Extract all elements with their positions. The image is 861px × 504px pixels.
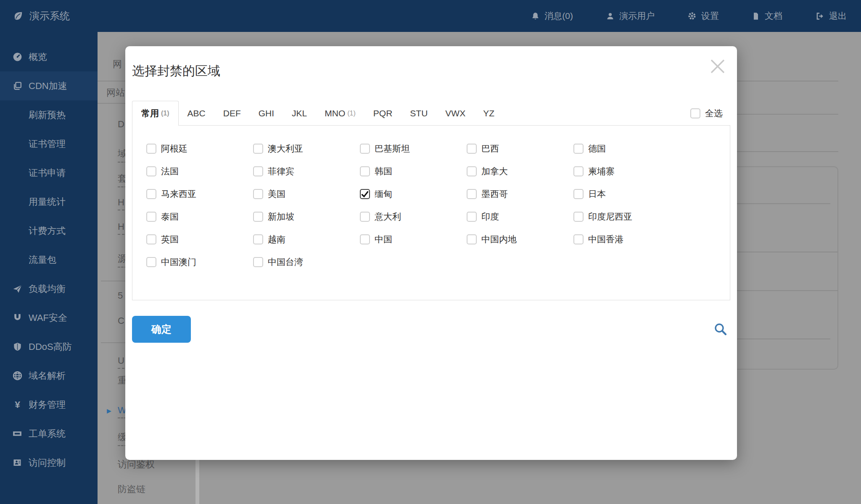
background-partial-text: U bbox=[118, 355, 124, 369]
tab-label: ABC bbox=[188, 108, 206, 118]
close-icon[interactable] bbox=[707, 55, 729, 77]
background-partial-text: 防盗链 bbox=[118, 483, 145, 496]
sidebar-item-label: 财务管理 bbox=[29, 399, 66, 411]
tab-label: VWX bbox=[445, 108, 465, 118]
tab-count: (1) bbox=[347, 110, 356, 117]
region-label: 英国 bbox=[161, 234, 179, 245]
region-checkbox-item[interactable]: 意大利 bbox=[360, 205, 467, 228]
topbar-item-messages[interactable]: 消息(0) bbox=[531, 10, 573, 22]
sidebar-item-usage-stats[interactable]: 用量统计 bbox=[0, 187, 98, 216]
region-checkbox-item[interactable]: 中国澳门 bbox=[146, 251, 253, 273]
search-icon[interactable] bbox=[713, 322, 728, 336]
region-checkbox-item[interactable]: 越南 bbox=[253, 228, 360, 251]
sidebar-item-cert-apply[interactable]: 证书申请 bbox=[0, 158, 98, 187]
sidebar-item-refresh-prewarm[interactable]: 刷新预热 bbox=[0, 100, 98, 129]
region-checkbox-item[interactable]: 德国 bbox=[573, 137, 680, 160]
topbar-item-logout[interactable]: 退出 bbox=[815, 10, 847, 22]
sidebar-item-overview[interactable]: 概览 bbox=[0, 42, 98, 71]
topbar-item-user[interactable]: 演示用户 bbox=[606, 10, 655, 22]
region-label: 中国澳门 bbox=[161, 256, 196, 268]
background-partial-text: H bbox=[118, 197, 124, 210]
shield-icon bbox=[12, 341, 23, 352]
tab-JKL[interactable]: JKL bbox=[283, 101, 316, 126]
region-checkbox-item[interactable]: 墨西哥 bbox=[467, 183, 573, 205]
sidebar-item-label: DDoS高防 bbox=[29, 341, 72, 353]
dialog-footer: 确定 bbox=[132, 316, 730, 343]
dialog-title: 选择封禁的区域 bbox=[132, 63, 730, 79]
tab-label: YZ bbox=[483, 108, 494, 118]
tab-常用[interactable]: 常用(1) bbox=[132, 101, 179, 126]
region-checkbox-item[interactable]: 加拿大 bbox=[467, 160, 573, 183]
tab-VWX[interactable]: VWX bbox=[436, 101, 474, 126]
leaf-icon bbox=[13, 10, 24, 21]
region-checkbox-item[interactable]: 缅甸 bbox=[360, 183, 467, 205]
magnet-icon bbox=[12, 312, 23, 323]
topbar-item-settings[interactable]: 设置 bbox=[687, 10, 719, 22]
confirm-button[interactable]: 确定 bbox=[132, 316, 191, 343]
background-line bbox=[101, 342, 125, 343]
tab-GHI[interactable]: GHI bbox=[250, 101, 283, 126]
sidebar-item-ddos[interactable]: DDoS高防 bbox=[0, 332, 98, 361]
sidebar-item-waf[interactable]: WAF安全 bbox=[0, 303, 98, 332]
topbar-item-docs[interactable]: 文档 bbox=[752, 10, 782, 22]
region-checkbox-item[interactable]: 法国 bbox=[146, 160, 253, 183]
checkbox bbox=[146, 212, 156, 222]
sidebar-item-label: WAF安全 bbox=[29, 312, 67, 324]
checkbox bbox=[146, 166, 156, 176]
region-checkbox-item[interactable]: 印度尼西亚 bbox=[573, 205, 680, 228]
background-partial-text: H bbox=[118, 221, 124, 235]
topbar-item-label: 消息(0) bbox=[544, 10, 573, 22]
tab-PQR[interactable]: PQR bbox=[364, 101, 401, 126]
sidebar-item-finance[interactable]: ¥财务管理 bbox=[0, 390, 98, 419]
tab-MNO[interactable]: MNO(1) bbox=[316, 101, 364, 126]
sidebar-item-traffic-pack[interactable]: 流量包 bbox=[0, 245, 98, 274]
sidebar-item-cert-manage[interactable]: 证书管理 bbox=[0, 129, 98, 158]
region-checkbox-item[interactable]: 泰国 bbox=[146, 205, 253, 228]
region-checkbox-item[interactable]: 印度 bbox=[467, 205, 573, 228]
copy-icon bbox=[12, 81, 23, 91]
sidebar-item-label: 访问控制 bbox=[29, 457, 66, 469]
sidebar-item-tickets[interactable]: 工单系统 bbox=[0, 419, 98, 448]
app-brand[interactable]: 演示系统 bbox=[13, 9, 70, 23]
region-checkbox-item[interactable]: 柬埔寨 bbox=[573, 160, 680, 183]
checkbox bbox=[467, 144, 477, 154]
region-label: 日本 bbox=[588, 188, 606, 200]
tab-DEF[interactable]: DEF bbox=[214, 101, 250, 126]
region-checkbox-item[interactable]: 中国 bbox=[360, 228, 467, 251]
region-checkbox-item[interactable]: 韩国 bbox=[360, 160, 467, 183]
bell-icon bbox=[531, 12, 540, 21]
tab-ABC[interactable]: ABC bbox=[179, 101, 214, 126]
region-checkbox-item[interactable]: 中国内地 bbox=[467, 228, 573, 251]
region-checkbox-item[interactable]: 新加坡 bbox=[253, 205, 360, 228]
checkbox bbox=[253, 257, 263, 267]
region-label: 巴西 bbox=[481, 143, 499, 155]
region-checkbox-item[interactable]: 日本 bbox=[573, 183, 680, 205]
select-all-checkbox[interactable]: 全选 bbox=[690, 101, 730, 126]
logout-icon bbox=[815, 12, 824, 21]
idcard-icon bbox=[12, 457, 23, 468]
sidebar-item-dns[interactable]: 域名解析 bbox=[0, 361, 98, 390]
checkbox bbox=[690, 108, 700, 118]
region-checkbox-item[interactable]: 阿根廷 bbox=[146, 137, 253, 160]
sidebar-item-access-control[interactable]: 访问控制 bbox=[0, 448, 98, 477]
background-partial-text: C bbox=[118, 315, 124, 326]
tab-label: PQR bbox=[373, 108, 393, 118]
region-checkbox-item[interactable]: 巴基斯坦 bbox=[360, 137, 467, 160]
tab-STU[interactable]: STU bbox=[401, 101, 436, 126]
region-checkbox-item[interactable]: 菲律宾 bbox=[253, 160, 360, 183]
region-checkbox-item[interactable]: 马来西亚 bbox=[146, 183, 253, 205]
region-checkbox-item[interactable]: 巴西 bbox=[467, 137, 573, 160]
tab-YZ[interactable]: YZ bbox=[474, 101, 503, 126]
region-label: 中国内地 bbox=[481, 234, 517, 245]
sidebar-item-cdn[interactable]: CDN加速 bbox=[0, 71, 98, 100]
checkbox bbox=[467, 212, 477, 222]
region-checkbox-item[interactable]: 美国 bbox=[253, 183, 360, 205]
region-checkbox-item[interactable]: 英国 bbox=[146, 228, 253, 251]
region-checkbox-item[interactable]: 澳大利亚 bbox=[253, 137, 360, 160]
region-checkbox-item[interactable]: 中国台湾 bbox=[253, 251, 360, 273]
sidebar-item-billing[interactable]: 计费方式 bbox=[0, 216, 98, 245]
region-label: 中国香港 bbox=[588, 234, 623, 245]
sidebar-item-load-balance[interactable]: 负载均衡 bbox=[0, 274, 98, 303]
checkbox-checked bbox=[360, 189, 370, 199]
region-checkbox-item[interactable]: 中国香港 bbox=[573, 228, 680, 251]
